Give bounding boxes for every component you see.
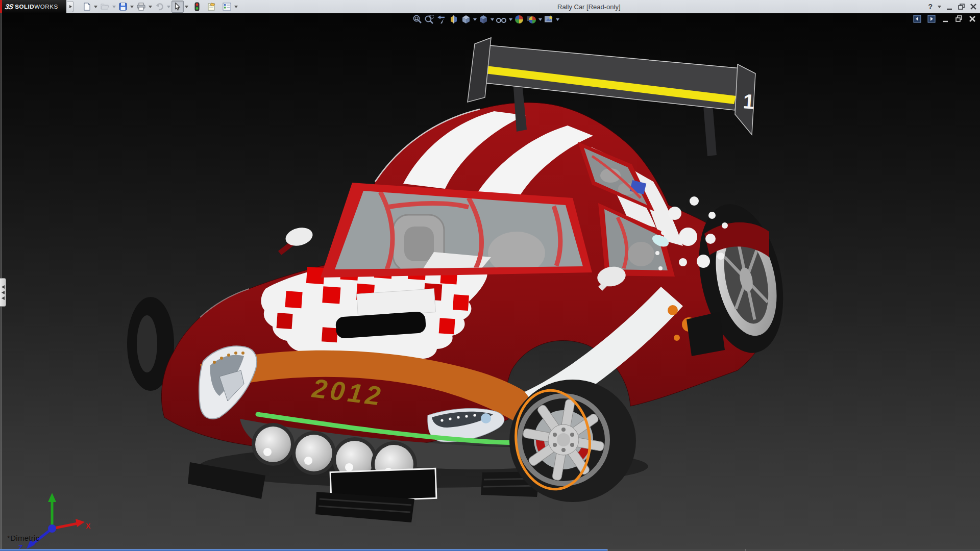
collapse-pane-button[interactable] xyxy=(913,15,921,23)
file-properties-icon xyxy=(207,2,216,11)
document-window-controls xyxy=(913,15,976,23)
right-arrow-icon xyxy=(69,5,72,9)
previous-view-button[interactable] xyxy=(436,14,447,25)
y-axis-arrow xyxy=(48,493,56,502)
view-orientation-icon xyxy=(461,14,471,24)
apply-scene-dropdown[interactable] xyxy=(538,18,542,21)
logo-red-strip xyxy=(0,0,2,13)
brand-name: SOLIDWORKS xyxy=(15,4,58,10)
save-button[interactable] xyxy=(117,1,129,13)
window-title: Rally Car [Read-only] xyxy=(557,3,621,11)
open-button[interactable] xyxy=(99,1,111,13)
brand-mark: 3S xyxy=(5,3,14,11)
print-button[interactable] xyxy=(135,1,148,13)
chevron-down-icon xyxy=(509,18,512,21)
status-bar-highlight xyxy=(0,549,607,551)
rally-car-model[interactable]: 2012 xyxy=(0,13,980,549)
expand-pane-button[interactable] xyxy=(927,15,936,23)
traffic-light-icon xyxy=(194,2,200,11)
left-mirror xyxy=(280,225,314,253)
minimize-document-button[interactable] xyxy=(942,15,949,22)
display-style-dropdown[interactable] xyxy=(490,18,494,21)
window-controls: ? xyxy=(928,0,977,13)
previous-view-icon xyxy=(436,14,447,24)
help-button[interactable]: ? xyxy=(928,3,933,11)
main-toolbar xyxy=(81,1,238,13)
undo-arrow-icon xyxy=(155,2,164,11)
open-dropdown[interactable] xyxy=(112,1,116,12)
chevron-down-icon xyxy=(130,6,134,8)
appearance-ball-icon xyxy=(514,14,524,24)
zoom-to-area-icon xyxy=(424,14,434,24)
left-arrow-icon xyxy=(2,285,5,289)
apply-scene-button[interactable] xyxy=(526,14,537,25)
chevron-down-icon xyxy=(473,18,477,21)
print-dropdown[interactable] xyxy=(148,1,153,12)
restore-document-button[interactable] xyxy=(955,15,963,22)
chevron-down-icon xyxy=(556,18,559,21)
status-bar xyxy=(0,549,980,551)
rear-fender-vent xyxy=(687,312,725,356)
rebuild-button[interactable] xyxy=(192,1,202,13)
hide-show-items-dropdown[interactable] xyxy=(508,18,512,21)
options-button[interactable] xyxy=(220,1,233,13)
view-orientation-button[interactable] xyxy=(460,14,472,25)
apply-scene-icon xyxy=(526,14,536,24)
zoom-to-area-button[interactable] xyxy=(424,14,435,25)
graphics-viewport[interactable]: 2012 xyxy=(0,13,980,549)
view-settings-icon xyxy=(544,14,554,24)
x-axis-label: X xyxy=(86,522,91,530)
solidworks-logo: 3S SOLIDWORKS xyxy=(0,0,66,13)
section-view-button[interactable] xyxy=(448,14,459,25)
display-style-icon xyxy=(478,14,488,24)
chevron-down-icon xyxy=(185,6,188,8)
zoom-to-fit-button[interactable] xyxy=(411,14,423,25)
printer-icon xyxy=(136,2,146,11)
select-button[interactable] xyxy=(172,1,184,13)
section-view-icon xyxy=(449,14,459,24)
new-document-button[interactable] xyxy=(81,1,93,13)
chevron-down-icon xyxy=(538,18,542,21)
toolbar-overflow-arrow[interactable] xyxy=(67,1,74,12)
zoom-to-fit-icon xyxy=(412,14,422,24)
minimize-button[interactable] xyxy=(946,4,953,10)
close-button[interactable] xyxy=(970,4,977,10)
undo-button[interactable] xyxy=(153,1,166,13)
chevron-down-icon xyxy=(234,6,238,8)
select-dropdown[interactable] xyxy=(184,1,189,12)
close-document-button[interactable] xyxy=(969,15,976,22)
new-document-dropdown[interactable] xyxy=(93,1,98,12)
chevron-down-icon xyxy=(149,6,152,8)
help-dropdown[interactable] xyxy=(938,6,941,8)
file-properties-button[interactable] xyxy=(205,1,218,13)
headsup-view-toolbar xyxy=(411,14,559,25)
options-dropdown[interactable] xyxy=(234,1,238,12)
chevron-down-icon xyxy=(94,6,97,8)
chevron-down-icon xyxy=(491,18,494,21)
eyeglasses-icon xyxy=(496,14,507,24)
left-arrow-icon xyxy=(2,296,5,300)
chevron-down-icon xyxy=(112,6,116,8)
chevron-down-icon xyxy=(167,6,170,8)
select-cursor-icon xyxy=(173,2,182,11)
race-number-decal: 1 xyxy=(742,90,755,113)
display-style-button[interactable] xyxy=(478,14,489,25)
edit-appearance-button[interactable] xyxy=(513,14,525,25)
view-settings-button[interactable] xyxy=(543,14,554,25)
featuremanager-collapsed-tab[interactable] xyxy=(0,278,6,307)
save-floppy-icon xyxy=(118,2,128,11)
new-document-icon xyxy=(82,2,91,11)
x-axis-arrow xyxy=(76,519,85,527)
restore-button[interactable] xyxy=(958,4,965,10)
view-settings-dropdown[interactable] xyxy=(555,18,559,21)
windshield xyxy=(321,183,592,278)
options-checklist-icon xyxy=(222,2,232,11)
triad-origin xyxy=(48,524,56,533)
view-orientation-dropdown[interactable] xyxy=(473,18,477,21)
title-bar: 3S SOLIDWORKS xyxy=(0,0,980,14)
open-folder-icon xyxy=(100,2,110,11)
hide-show-items-button[interactable] xyxy=(495,14,507,25)
save-dropdown[interactable] xyxy=(130,1,134,12)
undo-dropdown[interactable] xyxy=(166,1,171,12)
view-orientation-label: *Dimetric xyxy=(7,534,40,542)
